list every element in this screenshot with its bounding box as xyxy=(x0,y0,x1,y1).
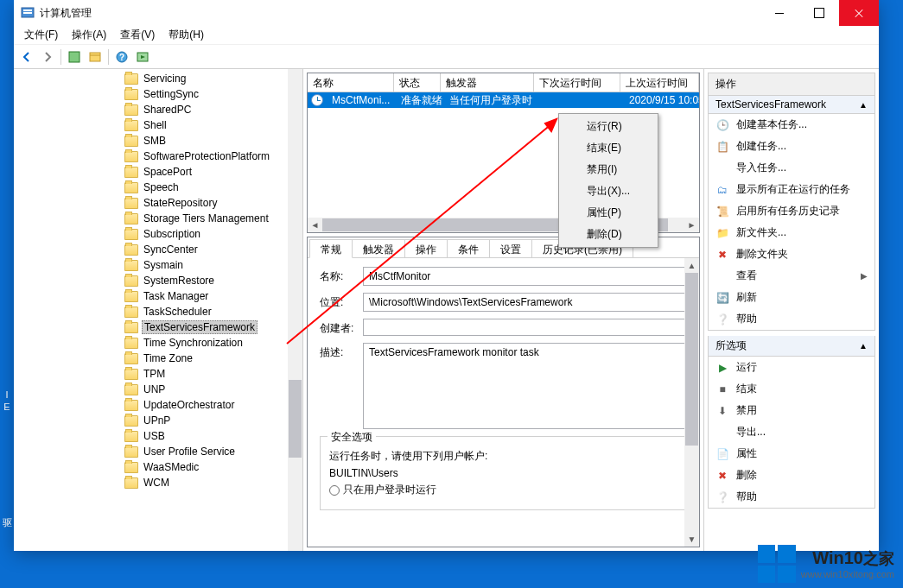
tree-item-smb[interactable]: SMB xyxy=(21,133,302,149)
tree-item-storage-tiers-management[interactable]: Storage Tiers Management xyxy=(21,211,302,226)
tree-item-time-zone[interactable]: Time Zone xyxy=(21,351,302,366)
action-禁用[interactable]: ⬇禁用 xyxy=(709,400,874,421)
menu-help[interactable]: 帮助(H) xyxy=(162,26,211,44)
forward-button[interactable] xyxy=(38,47,57,66)
ctx-删除D[interactable]: 删除(D) xyxy=(561,224,656,245)
col-state[interactable]: 状态 xyxy=(394,73,441,92)
window-title: 计算机管理 xyxy=(40,6,760,21)
tab-4[interactable]: 设置 xyxy=(489,239,532,257)
tree-item-waasmedic[interactable]: WaaSMedic xyxy=(21,459,302,475)
tree-item-subscription[interactable]: Subscription xyxy=(21,226,302,242)
app-icon xyxy=(21,6,35,20)
action-刷新[interactable]: 🔄刷新 xyxy=(709,287,874,308)
action-创建任务[interactable]: 📋创建任务... xyxy=(709,136,874,157)
tree-item-sysmain[interactable]: Sysmain xyxy=(21,257,302,273)
tab-0[interactable]: 常规 xyxy=(309,239,353,258)
action-icon: 📋 xyxy=(715,140,729,154)
tree-item-systemrestore[interactable]: SystemRestore xyxy=(21,273,302,288)
action-删除[interactable]: ✖删除 xyxy=(709,465,874,486)
back-button[interactable] xyxy=(17,47,36,66)
tree-item-staterepository[interactable]: StateRepository xyxy=(21,195,302,211)
svg-rect-1 xyxy=(23,9,32,11)
folder-icon xyxy=(124,338,138,349)
menu-view[interactable]: 查看(V) xyxy=(113,26,162,44)
tree-item-shell[interactable]: Shell xyxy=(21,117,302,133)
action-新文件夹[interactable]: 📁新文件夹... xyxy=(709,222,874,243)
folder-icon xyxy=(124,151,138,162)
action-属性[interactable]: 📄属性 xyxy=(709,443,874,465)
tool-button-3[interactable] xyxy=(133,47,152,66)
action-创建基本任务[interactable]: 🕒创建基本任务... xyxy=(709,114,874,136)
action-导入任务[interactable]: 导入任务... xyxy=(709,157,874,179)
tree-item-updateorchestrator[interactable]: UpdateOrchestrator xyxy=(21,397,302,413)
tree-scrollbar[interactable] xyxy=(288,69,302,551)
tree-item-wcm[interactable]: WCM xyxy=(21,475,302,490)
tree-item-task-manager[interactable]: Task Manager xyxy=(21,288,302,304)
ctx-属性P[interactable]: 属性(P) xyxy=(561,202,656,224)
action-结束[interactable]: ■结束 xyxy=(709,378,874,400)
toolbar: ? xyxy=(14,45,879,69)
action-显示所有正在运行的任务[interactable]: 🗂显示所有正在运行的任务 xyxy=(709,179,874,200)
svg-rect-4 xyxy=(90,53,100,61)
ctx-禁用I[interactable]: 禁用(I) xyxy=(561,159,656,180)
value-desc[interactable]: TextServicesFramework monitor task xyxy=(363,343,687,429)
tree-item-speech[interactable]: Speech xyxy=(21,180,302,195)
task-icon xyxy=(311,94,323,106)
context-menu: 运行(R)结束(E)禁用(I)导出(X)...属性(P)删除(D) xyxy=(558,113,658,248)
minimize-button[interactable] xyxy=(760,0,799,26)
ctx-导出X[interactable]: 导出(X)... xyxy=(561,180,656,202)
menu-action[interactable]: 操作(A) xyxy=(65,26,113,44)
actions-group1-title[interactable]: TextServicesFramework▲ xyxy=(709,96,874,114)
action-帮助[interactable]: ❔帮助 xyxy=(709,308,874,330)
col-prev[interactable]: 上次运行时间 xyxy=(620,73,699,92)
action-删除文件夹[interactable]: ✖删除文件夹 xyxy=(709,243,874,265)
help-button[interactable]: ? xyxy=(112,47,131,66)
tree-item-usb[interactable]: USB xyxy=(21,428,302,444)
detail-scrollbar-v[interactable]: ▲▼ xyxy=(684,258,699,547)
action-icon: ▶ xyxy=(715,361,729,375)
action-导出[interactable]: 导出... xyxy=(709,421,874,443)
tree-item-user-profile-service[interactable]: User Profile Service xyxy=(21,444,302,459)
folder-icon xyxy=(124,369,138,380)
actions-group2-title[interactable]: 所选项▲ xyxy=(709,336,874,357)
tree-item-spaceport[interactable]: SpacePort xyxy=(21,164,302,180)
tool-button-1[interactable] xyxy=(65,47,84,66)
tree-item-textservicesframework[interactable]: TextServicesFramework xyxy=(21,319,302,335)
col-trigger[interactable]: 触发器 xyxy=(441,73,534,92)
tree-item-settingsync[interactable]: SettingSync xyxy=(21,86,302,102)
col-name[interactable]: 名称 xyxy=(308,73,394,92)
folder-icon xyxy=(124,89,138,100)
tree-item-servicing[interactable]: Servicing xyxy=(21,71,302,86)
value-name[interactable]: MsCtfMonitor xyxy=(363,267,687,286)
tab-2[interactable]: 操作 xyxy=(404,239,448,257)
action-icon: 🗂 xyxy=(715,183,729,197)
tree-item-synccenter[interactable]: SyncCenter xyxy=(21,242,302,257)
titlebar[interactable]: 计算机管理 xyxy=(14,0,879,26)
tree-item-taskscheduler[interactable]: TaskScheduler xyxy=(21,304,302,319)
tree-item-time-synchronization[interactable]: Time Synchronization xyxy=(21,335,302,351)
radio-logon[interactable] xyxy=(329,485,340,496)
col-next[interactable]: 下次运行时间 xyxy=(534,73,620,92)
tab-1[interactable]: 触发器 xyxy=(352,239,405,257)
tab-3[interactable]: 条件 xyxy=(447,239,490,257)
label-desc: 描述: xyxy=(320,343,363,360)
tree-item-sharedpc[interactable]: SharedPC xyxy=(21,102,302,117)
tree-item-upnp[interactable]: UPnP xyxy=(21,413,302,428)
close-button[interactable] xyxy=(839,0,879,26)
tree-item-softwareprotectionplatform[interactable]: SoftwareProtectionPlatform xyxy=(21,149,302,164)
tool-button-2[interactable] xyxy=(86,47,105,66)
task-row[interactable]: MsCtfMoni... 准备就绪 当任何用户登录时 2020/9/15 10:… xyxy=(308,92,699,108)
action-运行[interactable]: ▶运行 xyxy=(709,357,874,378)
menu-file[interactable]: 文件(F) xyxy=(17,26,65,44)
svg-text:?: ? xyxy=(119,53,124,62)
ctx-结束E[interactable]: 结束(E) xyxy=(561,137,656,159)
action-icon: 🔄 xyxy=(715,291,729,305)
maximize-button[interactable] xyxy=(799,0,839,26)
action-查看[interactable]: 查看▶ xyxy=(709,265,874,287)
action-启用所有任务历史记录[interactable]: 📜启用所有任务历史记录 xyxy=(709,200,874,222)
ctx-运行R[interactable]: 运行(R) xyxy=(561,116,656,137)
tree-item-tpm[interactable]: TPM xyxy=(21,366,302,382)
action-帮助[interactable]: ❔帮助 xyxy=(709,486,874,508)
tree-item-unp[interactable]: UNP xyxy=(21,382,302,397)
folder-icon xyxy=(124,182,138,193)
